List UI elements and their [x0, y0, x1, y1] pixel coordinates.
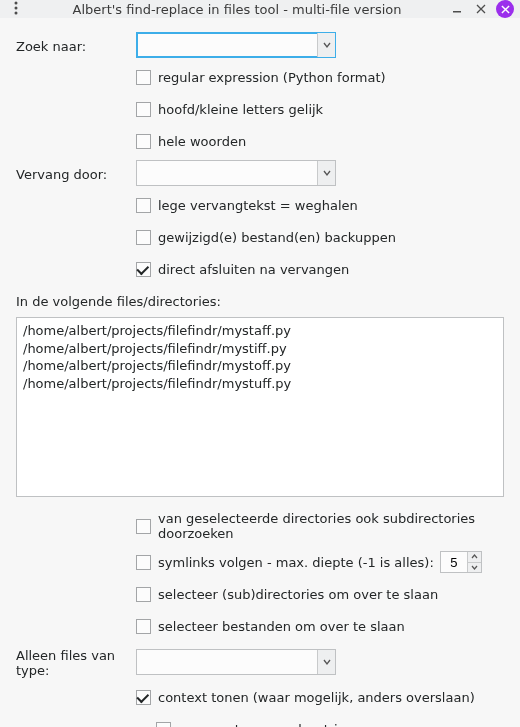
close-after-option[interactable]: direct afsluiten na vervangen	[136, 257, 349, 281]
regex-checkbox[interactable]	[136, 70, 151, 85]
list-item[interactable]: /home/albert/projects/filefindr/mystaff.…	[23, 322, 497, 340]
replace-dropdown-button[interactable]	[317, 161, 335, 185]
comments-option[interactable]: commentaren en docstrings negeren	[156, 717, 419, 727]
comments-checkbox[interactable]	[156, 722, 171, 728]
case-checkbox[interactable]	[136, 102, 151, 117]
search-combo[interactable]	[136, 32, 336, 58]
symlinks-depth-input[interactable]	[441, 552, 467, 572]
close-button[interactable]	[496, 0, 514, 18]
backup-checkbox[interactable]	[136, 230, 151, 245]
filetype-row: Alleen files van type:	[16, 645, 504, 678]
empty-remove-checkbox[interactable]	[136, 198, 151, 213]
search-input[interactable]	[137, 33, 317, 57]
search-label: Zoek naar:	[16, 36, 136, 54]
context-label: context tonen (waar mogelijk, anders ove…	[158, 690, 475, 705]
close-after-checkbox[interactable]	[136, 262, 151, 277]
app-menu-button[interactable]	[6, 1, 26, 18]
skip-dirs-checkbox[interactable]	[136, 587, 151, 602]
symlinks-label: symlinks volgen - max. diepte (-1 is all…	[158, 555, 434, 570]
spinner-up-button[interactable]	[468, 552, 481, 562]
filetype-dropdown-button[interactable]	[317, 650, 335, 674]
regex-label: regular expression (Python format)	[158, 70, 386, 85]
skip-files-checkbox[interactable]	[136, 619, 151, 634]
regex-option[interactable]: regular expression (Python format)	[136, 65, 386, 89]
skip-files-option[interactable]: selecteer bestanden om over te slaan	[136, 614, 405, 638]
content-area: Zoek naar: regular expression (Python fo…	[0, 18, 520, 727]
replace-row: Vervang door:	[16, 160, 504, 186]
svg-point-0	[15, 1, 18, 4]
context-option[interactable]: context tonen (waar mogelijk, anders ove…	[136, 685, 475, 709]
skip-files-label: selecteer bestanden om over te slaan	[158, 619, 405, 634]
recurse-checkbox[interactable]	[136, 519, 151, 534]
close-after-label: direct afsluiten na vervangen	[158, 262, 349, 277]
context-checkbox[interactable]	[136, 690, 151, 705]
svg-point-1	[15, 6, 18, 9]
case-option[interactable]: hoofd/kleine letters gelijk	[136, 97, 323, 121]
search-dropdown-button[interactable]	[317, 33, 335, 57]
replace-combo[interactable]	[136, 160, 336, 186]
list-item[interactable]: /home/albert/projects/filefindr/mystuff.…	[23, 375, 497, 393]
skip-dirs-option[interactable]: selecteer (sub)directories om over te sl…	[136, 582, 438, 606]
replace-input[interactable]	[137, 161, 317, 185]
empty-remove-label: lege vervangtekst = weghalen	[158, 198, 358, 213]
search-row: Zoek naar:	[16, 32, 504, 58]
window-controls	[448, 0, 514, 18]
whole-words-option[interactable]: hele woorden	[136, 129, 246, 153]
files-section-label: In de volgende files/directories:	[16, 294, 504, 309]
recurse-label: van geselecteerde directories ook subdir…	[158, 511, 504, 541]
filetype-label: Alleen files van type:	[16, 645, 136, 678]
window-title: Albert's find-replace in files tool - mu…	[26, 2, 448, 17]
maximize-button[interactable]	[472, 0, 490, 18]
titlebar: Albert's find-replace in files tool - mu…	[0, 0, 520, 18]
list-item[interactable]: /home/albert/projects/filefindr/mystoff.…	[23, 357, 497, 375]
recurse-option[interactable]: van geselecteerde directories ook subdir…	[136, 509, 504, 543]
replace-label: Vervang door:	[16, 164, 136, 182]
svg-rect-3	[453, 11, 461, 13]
empty-remove-option[interactable]: lege vervangtekst = weghalen	[136, 193, 358, 217]
whole-words-checkbox[interactable]	[136, 134, 151, 149]
symlinks-checkbox[interactable]	[136, 555, 151, 570]
backup-option[interactable]: gewijzigd(e) bestand(en) backuppen	[136, 225, 396, 249]
minimize-button[interactable]	[448, 0, 466, 18]
spinner-down-button[interactable]	[468, 562, 481, 573]
whole-words-label: hele woorden	[158, 134, 246, 149]
case-label: hoofd/kleine letters gelijk	[158, 102, 323, 117]
comments-label: commentaren en docstrings negeren	[178, 722, 419, 728]
symlinks-depth-spinner[interactable]	[440, 551, 482, 573]
list-item[interactable]: /home/albert/projects/filefindr/mystiff.…	[23, 340, 497, 358]
symlinks-option[interactable]: symlinks volgen - max. diepte (-1 is all…	[136, 550, 434, 574]
window: Albert's find-replace in files tool - mu…	[0, 0, 520, 727]
skip-dirs-label: selecteer (sub)directories om over te sl…	[158, 587, 438, 602]
backup-label: gewijzigd(e) bestand(en) backuppen	[158, 230, 396, 245]
filetype-combo[interactable]	[136, 649, 336, 675]
files-listbox[interactable]: /home/albert/projects/filefindr/mystaff.…	[16, 317, 504, 497]
svg-point-2	[15, 11, 18, 14]
filetype-input[interactable]	[137, 650, 317, 674]
